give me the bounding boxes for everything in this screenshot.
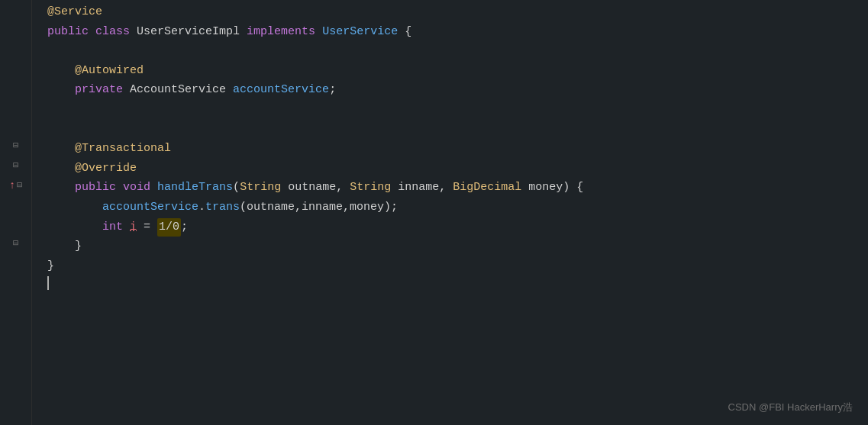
- editor-container: ⊟ ⊟ ↑ ⊟ ⊟ @Se: [0, 0, 868, 425]
- type-string-1: String: [240, 179, 281, 197]
- gutter-line-3: [0, 39, 31, 59]
- gutter-icons: ⊟ ⊟ ↑ ⊟ ⊟: [0, 0, 31, 293]
- gutter-line-7: [0, 118, 31, 137]
- code-line-12: int i = 1/0 ;: [47, 218, 868, 238]
- code-line-2: public class UserServiceImpl implements …: [47, 23, 868, 43]
- gutter: ⊟ ⊟ ↑ ⊟ ⊟: [0, 0, 32, 425]
- gutter-line-2: [0, 20, 31, 40]
- gutter-line-12: [0, 215, 31, 235]
- type-bigdecimal: BigDecimal: [453, 179, 521, 197]
- gutter-line-14: [0, 254, 31, 274]
- keyword-int: int: [102, 218, 123, 237]
- code-line-7: [47, 121, 868, 140]
- code-line-15: [47, 276, 868, 296]
- code-area[interactable]: @Service public class UserServiceImpl im…: [32, 0, 868, 425]
- code-line-11: accountService . trans (outname,inname,m…: [47, 198, 868, 218]
- gutter-line-13[interactable]: ⊟: [0, 234, 31, 254]
- code-line-6: [47, 101, 868, 121]
- gutter-line-4: [0, 59, 31, 79]
- var-accountservice: accountService: [233, 81, 329, 99]
- var-i: i: [130, 218, 137, 237]
- gutter-line-15: [0, 273, 31, 293]
- arrow-icon-10: ↑: [9, 177, 15, 194]
- gutter-line-11: [0, 195, 31, 215]
- service-call-accountservice: accountService: [102, 198, 198, 217]
- code-line-8: @Transactional: [47, 140, 868, 159]
- gutter-line-10[interactable]: ↑ ⊟: [0, 175, 31, 195]
- type-string-2: String: [350, 179, 391, 197]
- fold-icon-13[interactable]: ⊟: [13, 237, 18, 251]
- gutter-line-9[interactable]: ⊟: [0, 156, 31, 176]
- code-line-9: @Override: [47, 159, 868, 179]
- gutter-line-5: [0, 78, 31, 98]
- keyword-class: class: [95, 23, 130, 41]
- keyword-public-10: public: [75, 179, 116, 197]
- keyword-implements: implements: [247, 23, 315, 41]
- gutter-line-6: [0, 98, 31, 118]
- gutter-line-1: [0, 0, 31, 20]
- annotation-service: @Service: [47, 3, 102, 21]
- keyword-private: private: [75, 81, 123, 99]
- method-trans: trans: [205, 198, 240, 217]
- annotation-autowired: @Autowired: [75, 62, 144, 80]
- keyword-public-2: public: [47, 23, 89, 41]
- fold-icon-8[interactable]: ⊟: [13, 139, 18, 153]
- annotation-transactional: @Transactional: [75, 140, 171, 158]
- code-line-3: [47, 42, 868, 62]
- code-line-4: @Autowired: [47, 62, 868, 82]
- class-name-accountservice: AccountService: [130, 81, 226, 99]
- code-line-14: }: [47, 257, 868, 277]
- keyword-void: void: [123, 179, 150, 197]
- fold-icon-9[interactable]: ⊟: [13, 159, 18, 173]
- fold-icon-10[interactable]: ⊟: [17, 179, 22, 193]
- method-name-handletrans: handleTrans: [157, 179, 233, 197]
- code-line-10: public void handleTrans ( String outname…: [47, 179, 868, 198]
- code-line-1: @Service: [47, 3, 868, 23]
- annotation-override: @Override: [75, 159, 137, 178]
- class-name-userserviceimpl: UserServiceImpl: [137, 23, 240, 41]
- code-line-5: private AccountService accountService ;: [47, 81, 868, 101]
- code-line-13: }: [47, 237, 868, 257]
- gutter-line-8[interactable]: ⊟: [0, 137, 31, 156]
- text-cursor: [47, 276, 49, 290]
- watermark: CSDN @FBI HackerHarry浩: [728, 400, 853, 416]
- highlight-division-by-zero: 1/0: [157, 218, 181, 237]
- interface-name-userservice: UserService: [322, 23, 398, 41]
